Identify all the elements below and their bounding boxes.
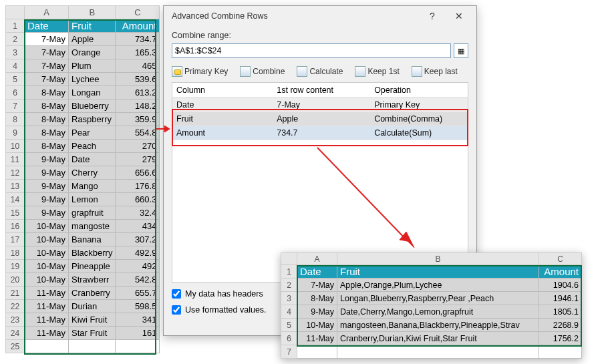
- cell-header-amount[interactable]: Amount: [116, 19, 160, 33]
- cell-date[interactable]: 8-May: [25, 100, 69, 113]
- cell-fruit[interactable]: Date: [69, 153, 116, 166]
- col-header-a[interactable]: A: [297, 253, 337, 265]
- cell-date[interactable]: 9-May: [25, 166, 69, 180]
- select-all-corner[interactable]: [281, 253, 297, 265]
- spreadsheet-main[interactable]: A B C 1 Date Fruit Amount 27-MayApple734…: [5, 5, 160, 353]
- cell-header-amount[interactable]: Amount: [539, 265, 582, 279]
- row-header[interactable]: 1: [281, 265, 297, 279]
- cell-amount[interactable]: 554.8: [116, 126, 160, 140]
- cell-fruit[interactable]: Apple: [69, 33, 116, 46]
- keep-last-button[interactable]: Keep last: [412, 66, 458, 77]
- columns-table-cell-operation[interactable]: Primary Key: [370, 98, 468, 112]
- columns-table-cell-operation[interactable]: Calculate(Sum): [370, 126, 468, 140]
- row-header[interactable]: 16: [6, 220, 25, 233]
- cell-fruit[interactable]: Pear: [69, 126, 116, 140]
- cell-amount[interactable]: 270: [116, 140, 160, 153]
- row-header[interactable]: 25: [6, 340, 25, 353]
- keep-first-button[interactable]: Keep 1st: [355, 66, 399, 77]
- cell-fruit[interactable]: Blueberry: [69, 100, 116, 113]
- cell-amount[interactable]: 465: [116, 59, 160, 73]
- cell-amount[interactable]: 492.9: [116, 246, 160, 260]
- columns-table-cell-column[interactable]: Date: [172, 98, 273, 112]
- cell-date[interactable]: 11-May: [25, 300, 69, 313]
- cell-date[interactable]: 7-May: [25, 33, 69, 46]
- row-header[interactable]: 14: [6, 193, 25, 206]
- columns-table-header-first[interactable]: 1st row content: [273, 83, 370, 98]
- my-data-has-headers-checkbox[interactable]: [172, 289, 181, 299]
- combine-button[interactable]: Combine: [240, 66, 285, 77]
- cell-amount[interactable]: 492: [116, 260, 160, 273]
- columns-table[interactable]: Column 1st row content Operation Date7-M…: [172, 83, 468, 140]
- cell-date[interactable]: 10-May: [25, 233, 69, 246]
- cell-amount[interactable]: 655.7: [116, 287, 160, 300]
- cell-amount[interactable]: 734.7: [116, 33, 160, 46]
- cell-amount[interactable]: 434: [116, 220, 160, 233]
- cell-amount[interactable]: 176.8: [116, 180, 160, 193]
- row-header[interactable]: 5: [281, 319, 297, 332]
- row-header[interactable]: 15: [6, 206, 25, 220]
- cell-amount[interactable]: 2268.9: [539, 319, 582, 332]
- columns-table-row[interactable]: Amount734.7Calculate(Sum): [172, 126, 468, 140]
- row-header[interactable]: 3: [281, 292, 297, 305]
- cell-date[interactable]: 7-May: [25, 59, 69, 73]
- columns-table-cell-first[interactable]: Apple: [273, 112, 370, 126]
- cell-fruit[interactable]: Lemon: [69, 193, 116, 206]
- columns-table-cell-operation[interactable]: Combine(Comma): [370, 112, 468, 126]
- row-header[interactable]: 6: [6, 86, 25, 100]
- cell-date[interactable]: 8-May: [25, 113, 69, 126]
- columns-table-header-operation[interactable]: Operation: [370, 83, 468, 98]
- calculate-button[interactable]: Calculate: [297, 66, 343, 77]
- cell-amount[interactable]: 279: [116, 153, 160, 166]
- close-button[interactable]: ✕: [446, 11, 472, 21]
- cell-amount[interactable]: 656.6: [116, 166, 160, 180]
- select-all-corner[interactable]: [6, 6, 25, 19]
- cell-header-fruit[interactable]: Fruit: [69, 19, 116, 33]
- cell-header-fruit[interactable]: Fruit: [337, 265, 539, 279]
- col-header-a[interactable]: A: [25, 6, 69, 19]
- row-header[interactable]: 4: [6, 59, 25, 73]
- cell-date[interactable]: 9-May: [25, 193, 69, 206]
- row-header[interactable]: 7: [6, 100, 25, 113]
- cell-date[interactable]: 9-May: [25, 153, 69, 166]
- columns-table-header-column[interactable]: Column: [172, 83, 273, 98]
- row-header[interactable]: 22: [6, 300, 25, 313]
- row-header[interactable]: 19: [6, 260, 25, 273]
- cell-amount[interactable]: 307.2: [116, 233, 160, 246]
- cell-fruit[interactable]: Star Fruit: [69, 327, 116, 340]
- cell-date[interactable]: 9-May: [25, 180, 69, 193]
- cell-fruit[interactable]: Mango: [69, 180, 116, 193]
- cell-header-date[interactable]: Date: [25, 19, 69, 33]
- cell-amount[interactable]: 341: [116, 313, 160, 327]
- cell-amount[interactable]: 161: [116, 327, 160, 340]
- cell-amount[interactable]: 1805.1: [539, 305, 582, 319]
- row-header[interactable]: 6: [281, 332, 297, 345]
- cell-amount[interactable]: 165.3: [116, 46, 160, 59]
- cell-date[interactable]: 10-May: [25, 260, 69, 273]
- primary-key-button[interactable]: Primary Key: [172, 66, 228, 77]
- cell-fruit[interactable]: Raspberry: [69, 113, 116, 126]
- row-header[interactable]: 3: [6, 46, 25, 59]
- help-button[interactable]: ?: [419, 11, 446, 21]
- cell-amount[interactable]: 148.2: [116, 100, 160, 113]
- cell-fruit[interactable]: mangoste: [69, 220, 116, 233]
- cell-date[interactable]: 11-May: [25, 327, 69, 340]
- cell-amount[interactable]: 542.8: [116, 273, 160, 287]
- cell-amount[interactable]: 32.4: [116, 206, 160, 220]
- cell-date[interactable]: 11-May: [25, 287, 69, 300]
- cell-date[interactable]: 10-May: [297, 319, 337, 332]
- row-header[interactable]: 1: [6, 19, 25, 33]
- use-formatted-values-checkbox[interactable]: [172, 305, 181, 315]
- cell-fruit[interactable]: Kiwi Fruit: [69, 313, 116, 327]
- spreadsheet-result[interactable]: A B C 1 Date Fruit Amount 27-MayApple,Or…: [281, 252, 582, 359]
- cell-fruit[interactable]: Longan: [69, 86, 116, 100]
- row-header[interactable]: 23: [6, 313, 25, 327]
- cell-amount[interactable]: 539.6: [116, 73, 160, 86]
- cell-fruit[interactable]: Longan,Blueberry,Raspberry,Pear ,Peach: [337, 292, 539, 305]
- row-header[interactable]: 10: [6, 140, 25, 153]
- cell-fruit[interactable]: Peach: [69, 140, 116, 153]
- columns-table-cell-first[interactable]: 734.7: [273, 126, 370, 140]
- cell-date[interactable]: 11-May: [25, 313, 69, 327]
- cell-fruit[interactable]: Lychee: [69, 73, 116, 86]
- columns-table-row[interactable]: Date7-MayPrimary Key: [172, 98, 468, 112]
- row-header[interactable]: 24: [6, 327, 25, 340]
